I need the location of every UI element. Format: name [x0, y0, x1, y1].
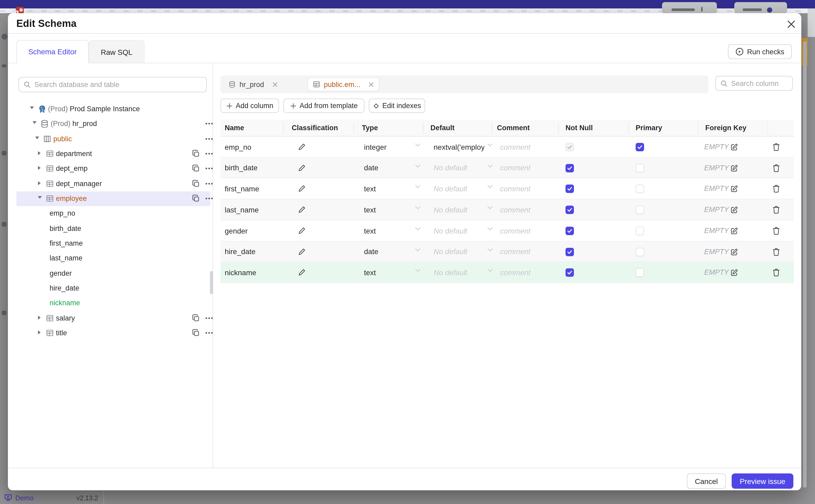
- foreign-key-edit-icon[interactable]: [730, 164, 739, 172]
- chevron-down-icon[interactable]: [487, 164, 493, 168]
- copy-icon[interactable]: [192, 329, 200, 337]
- more-icon[interactable]: [205, 152, 213, 155]
- column-default[interactable]: No default: [434, 158, 468, 178]
- chevron-down-icon[interactable]: [415, 206, 421, 210]
- run-checks-button[interactable]: Run checks: [728, 44, 792, 59]
- tab-raw-sql[interactable]: Raw SQL: [89, 40, 144, 63]
- not-null-checkbox[interactable]: [566, 227, 574, 235]
- foreign-key-edit-icon[interactable]: [730, 248, 739, 256]
- caret-down-icon[interactable]: [37, 196, 42, 199]
- not-null-checkbox[interactable]: [566, 143, 574, 151]
- more-icon[interactable]: [205, 122, 213, 125]
- column-comment-input[interactable]: comment: [500, 199, 531, 220]
- tree-item-public[interactable]: public: [16, 132, 210, 147]
- not-null-checkbox[interactable]: [566, 164, 574, 172]
- more-icon[interactable]: [205, 182, 213, 185]
- primary-checkbox[interactable]: [636, 248, 644, 256]
- tree-item-Prod Sample Instance[interactable]: (Prod) Prod Sample Instance: [16, 102, 210, 117]
- column-default[interactable]: No default: [434, 241, 468, 262]
- delete-row-icon[interactable]: [772, 206, 780, 214]
- chevron-down-icon[interactable]: [487, 143, 493, 147]
- tree-item-title[interactable]: title: [16, 326, 210, 341]
- primary-checkbox[interactable]: [636, 164, 644, 172]
- column-default[interactable]: nextval('employ: [434, 137, 484, 158]
- classification-edit-icon[interactable]: [297, 227, 306, 235]
- more-icon[interactable]: [205, 197, 213, 200]
- tree-item-salary[interactable]: salary: [16, 311, 210, 326]
- column-type[interactable]: text: [364, 199, 376, 220]
- delete-row-icon[interactable]: [772, 185, 780, 193]
- tree-item-gender[interactable]: gender: [16, 266, 210, 281]
- column-default[interactable]: No default: [434, 262, 468, 283]
- tree-item-nickname[interactable]: nickname: [16, 296, 210, 311]
- copy-icon[interactable]: [192, 195, 200, 202]
- column-comment-input[interactable]: comment: [500, 220, 531, 241]
- tab-chip-public-employee[interactable]: public.em...: [307, 77, 379, 91]
- not-null-checkbox[interactable]: [566, 185, 574, 193]
- foreign-key-edit-icon[interactable]: [730, 206, 739, 214]
- search-column-input[interactable]: Search column: [715, 76, 793, 91]
- column-comment-input[interactable]: comment: [500, 241, 531, 262]
- caret-right-icon[interactable]: [37, 166, 41, 170]
- chevron-down-icon[interactable]: [487, 227, 493, 231]
- tab-chip-hr-prod[interactable]: hr_prod: [224, 77, 282, 91]
- delete-row-icon[interactable]: [772, 268, 780, 277]
- copy-icon[interactable]: [192, 180, 200, 188]
- column-comment-input[interactable]: comment: [500, 262, 531, 283]
- column-type[interactable]: date: [364, 241, 378, 262]
- caret-down-icon[interactable]: [30, 106, 34, 110]
- tree-item-emp_no[interactable]: emp_no: [16, 206, 210, 221]
- tree-item-dept_emp[interactable]: dept_emp: [16, 161, 210, 176]
- foreign-key-edit-icon[interactable]: [730, 227, 739, 235]
- primary-checkbox[interactable]: [636, 143, 644, 151]
- copy-icon[interactable]: [192, 164, 200, 172]
- more-icon[interactable]: [205, 167, 213, 170]
- tab-schema-editor[interactable]: Schema Editor: [16, 40, 89, 63]
- primary-checkbox[interactable]: [636, 185, 644, 193]
- classification-edit-icon[interactable]: [297, 185, 306, 193]
- caret-down-icon[interactable]: [35, 136, 40, 140]
- column-comment-input[interactable]: comment: [500, 158, 531, 178]
- not-null-checkbox[interactable]: [566, 268, 574, 277]
- delete-row-icon[interactable]: [772, 227, 780, 235]
- delete-row-icon[interactable]: [772, 248, 780, 256]
- not-null-checkbox[interactable]: [566, 248, 574, 256]
- chevron-down-icon[interactable]: [415, 268, 421, 273]
- chevron-down-icon[interactable]: [487, 248, 493, 252]
- caret-right-icon[interactable]: [37, 330, 41, 335]
- caret-down-icon[interactable]: [32, 121, 37, 124]
- add-from-template-button[interactable]: Add from template: [283, 99, 364, 113]
- column-type[interactable]: integer: [364, 137, 387, 158]
- column-comment-input[interactable]: comment: [500, 137, 531, 158]
- delete-row-icon[interactable]: [772, 164, 780, 172]
- chevron-down-icon[interactable]: [415, 143, 421, 147]
- tree-item-dept_manager[interactable]: dept_manager: [16, 177, 210, 191]
- classification-edit-icon[interactable]: [297, 268, 306, 277]
- add-column-button[interactable]: Add column: [220, 99, 279, 113]
- primary-checkbox[interactable]: [636, 227, 644, 235]
- more-icon[interactable]: [205, 317, 213, 319]
- tree-item-birth_date[interactable]: birth_date: [16, 221, 210, 236]
- column-default[interactable]: No default: [434, 220, 468, 241]
- caret-right-icon[interactable]: [37, 181, 41, 186]
- delete-row-icon[interactable]: [772, 143, 780, 151]
- primary-checkbox[interactable]: [636, 206, 644, 214]
- tree-item-last_name[interactable]: last_name: [16, 251, 210, 266]
- tree-item-first_name[interactable]: first_name: [16, 236, 210, 251]
- tree-item-hr_prod[interactable]: (Prod) hr_prod: [16, 117, 210, 131]
- column-type[interactable]: text: [364, 220, 376, 241]
- primary-checkbox[interactable]: [636, 268, 644, 277]
- not-null-checkbox[interactable]: [566, 206, 574, 214]
- chevron-down-icon[interactable]: [415, 248, 421, 252]
- search-database-input[interactable]: Search database and table: [18, 77, 207, 92]
- more-icon[interactable]: [205, 332, 213, 334]
- tree-item-department[interactable]: department: [16, 147, 210, 161]
- page-scrollbar[interactable]: [803, 41, 807, 488]
- chevron-down-icon[interactable]: [487, 206, 493, 210]
- chevron-down-icon[interactable]: [415, 185, 421, 189]
- column-default[interactable]: No default: [434, 199, 468, 220]
- cancel-button[interactable]: Cancel: [687, 473, 726, 489]
- preview-issue-button[interactable]: Preview issue: [732, 473, 793, 489]
- foreign-key-edit-icon[interactable]: [730, 143, 739, 151]
- chevron-down-icon[interactable]: [415, 227, 421, 231]
